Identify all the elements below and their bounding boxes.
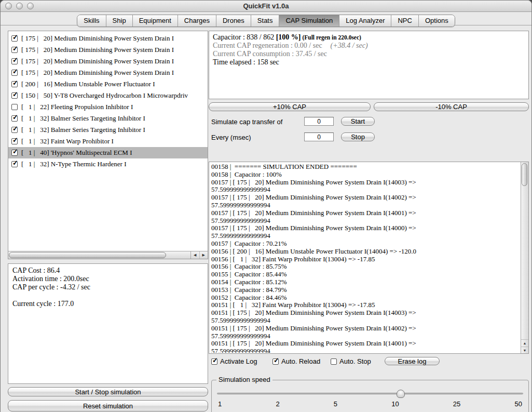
list-item[interactable]: [ 175 | 20] Medium Diminishing Power Sys… (8, 67, 208, 78)
scroll-right-arrow[interactable]: ▶ (199, 251, 208, 259)
list-item-label: [ 1 | 32] Balmer Series Targeting Inhibi… (21, 126, 145, 134)
tab-stats[interactable]: Stats (251, 15, 279, 26)
erase-log-button[interactable]: Erase log (385, 357, 440, 365)
time-elapsed-line: Time elapsed : 158 sec (213, 58, 525, 67)
module-stats-panel: CAP Cost : 86.4 Activation time : 200.0s… (8, 263, 208, 384)
tab-log-analyzer[interactable]: Log Analyzer (339, 15, 391, 26)
tab-drones[interactable]: Drones (216, 15, 251, 26)
list-item[interactable]: [ 175 | 20] Medium Diminishing Power Sys… (8, 33, 208, 44)
current-cycle-line: Current cycle : 177.0 (12, 300, 203, 308)
list-item[interactable]: [ 200 | 16] Medium Unstable Power Fluctu… (8, 78, 208, 90)
list-item-label: [ 1 | 22] Fleeting Propulsion Inhibitor … (21, 103, 133, 111)
activation-time-line: Activation time : 200.0sec (12, 275, 203, 283)
speed-tick-labels: 1 2 5 10 25 50 (218, 400, 522, 408)
list-item[interactable]: [ 1 | 32] Faint Warp Prohibitor I (8, 136, 208, 147)
list-item-selected[interactable]: [ 1 | 40] 'Hypnos' Multispectral ECM I (8, 147, 208, 158)
app-window: QuickFit v1.0a Skills Ship Equipment Cha… (0, 0, 532, 412)
module-checkbox[interactable] (11, 58, 18, 64)
window-title: QuickFit v1.0a (1, 2, 531, 10)
vertical-scrollbar[interactable]: ▲ ▼ (521, 162, 528, 353)
transfer-interval-input[interactable] (304, 132, 334, 141)
auto-reload-label: Auto. Reload (281, 357, 320, 365)
scroll-up-arrow[interactable]: ▲ (521, 340, 528, 347)
capacitor-line: Capacitor : 838 / 862 [100 %] (Full rege… (213, 33, 525, 42)
module-checkbox[interactable] (11, 115, 18, 122)
minus-10-cap-button[interactable]: -10% CAP (374, 102, 529, 111)
list-item[interactable]: [ 1 | 22] Fleeting Propulsion Inhibitor … (8, 101, 208, 113)
list-item-label: [ 175 | 20] Medium Diminishing Power Sys… (21, 46, 174, 54)
module-checkbox[interactable] (11, 161, 18, 167)
tab-cap-simulation[interactable]: CAP Simulation (279, 15, 339, 26)
log-text[interactable]: 00158 | ======= SIMULATION ENDED =======… (210, 163, 520, 353)
scroll-left-arrow[interactable]: ◀ (191, 251, 199, 259)
cap-regeneration-line: Current CAP regeneration : 0.00 / sec(+3… (213, 42, 525, 50)
transfer-interval-label: Every (msec) (211, 134, 251, 141)
module-checkbox[interactable] (11, 138, 18, 144)
cap-per-cycle-line: CAP per cycle : -4.32 / sec (12, 283, 203, 291)
module-list: [ 175 | 20] Medium Diminishing Power Sys… (8, 31, 208, 259)
module-checkbox[interactable] (11, 127, 18, 133)
tab-options[interactable]: Options (418, 15, 455, 26)
list-item[interactable]: [ 1 | 32] Balmer Series Targeting Inhibi… (8, 113, 208, 124)
tab-bar: Skills Ship Equipment Charges Drones Sta… (1, 15, 531, 27)
tab-skills[interactable]: Skills (77, 15, 105, 26)
speed-slider-handle[interactable] (397, 390, 405, 398)
tab-ship[interactable]: Ship (106, 15, 132, 26)
auto-reload-control[interactable]: Auto. Reload (272, 357, 320, 365)
auto-stop-control[interactable]: Auto. Stop (331, 357, 371, 365)
cap-consumption-line: Current CAP consumption : 37.45 / sec (213, 50, 525, 58)
module-checkbox[interactable] (11, 35, 18, 42)
tab-charges[interactable]: Charges (178, 15, 216, 26)
list-item[interactable]: [ 175 | 20] Medium Diminishing Power Sys… (8, 56, 208, 67)
module-checkbox[interactable] (11, 92, 18, 99)
cap-cost-line: CAP Cost : 86.4 (12, 267, 203, 275)
activate-log-label: Activate Log (220, 357, 257, 365)
list-item[interactable]: [ 150 | 50] Y-T8 Overcharged Hydrocarbon… (8, 90, 208, 101)
list-item-label: [ 1 | 40] 'Hypnos' Multispectral ECM I (21, 149, 132, 157)
speed-slider-track[interactable] (217, 393, 523, 394)
simulation-speed-label: Simulation speed (216, 376, 272, 383)
module-checkbox[interactable] (11, 81, 18, 87)
horizontal-scrollbar[interactable]: ◀ ▶ (8, 251, 208, 259)
activate-log-control[interactable]: Activate Log (211, 357, 257, 365)
tab-npc[interactable]: NPC (391, 15, 418, 26)
module-checkbox[interactable] (11, 70, 18, 76)
list-item-label: [ 175 | 20] Medium Diminishing Power Sys… (21, 69, 174, 77)
simulation-log: 00158 | ======= SIMULATION ENDED =======… (209, 162, 529, 354)
list-item-label: [ 200 | 16] Medium Unstable Power Fluctu… (21, 80, 155, 88)
tab-equipment[interactable]: Equipment (132, 15, 178, 26)
list-item[interactable]: [ 1 | 32] Balmer Series Targeting Inhibi… (8, 124, 208, 136)
list-item-label: [ 1 | 32] N-Type Thermic Hardener I (21, 160, 127, 168)
list-item-label: [ 1 | 32] Faint Warp Prohibitor I (21, 137, 114, 145)
list-item[interactable]: [ 175 | 20] Medium Diminishing Power Sys… (8, 44, 208, 56)
activate-log-checkbox[interactable] (211, 358, 217, 365)
auto-stop-checkbox[interactable] (331, 358, 337, 365)
cap-transfer-label: Simulate cap transfer of (211, 118, 282, 126)
module-checkbox[interactable] (11, 150, 18, 156)
list-item-label: [ 175 | 20] Medium Diminishing Power Sys… (21, 57, 174, 65)
scroll-down-arrow[interactable]: ▼ (521, 347, 528, 353)
list-item-label: [ 175 | 20] Medium Diminishing Power Sys… (21, 34, 174, 43)
plus-10-cap-button[interactable]: +10% CAP (209, 102, 371, 111)
auto-reload-checkbox[interactable] (272, 358, 279, 365)
simulation-speed-group: Simulation speed 1 2 5 10 25 50 (211, 380, 529, 412)
module-checkbox[interactable] (11, 104, 18, 110)
titlebar: QuickFit v1.0a (1, 1, 531, 12)
start-stop-simulation-button[interactable]: Start / Stop simulation (8, 387, 208, 396)
transfer-stop-button[interactable]: Stop (341, 132, 375, 141)
scrollbar-thumb[interactable] (522, 163, 527, 186)
module-checkbox[interactable] (11, 47, 18, 53)
list-item[interactable]: [ 1 | 32] N-Type Thermic Hardener I (8, 158, 208, 170)
list-item-label: [ 1 | 32] Balmer Series Targeting Inhibi… (21, 114, 145, 123)
transfer-start-button[interactable]: Start (341, 117, 375, 126)
scrollbar-thumb[interactable] (9, 252, 166, 258)
transfer-amount-input[interactable] (304, 117, 334, 126)
reset-simulation-button[interactable]: Reset simulation (8, 400, 208, 411)
capacitor-info-panel: Capacitor : 838 / 862 [100 %] (Full rege… (209, 31, 529, 99)
list-item-label: [ 150 | 50] Y-T8 Overcharged Hydrocarbon… (21, 91, 188, 100)
auto-stop-label: Auto. Stop (339, 357, 371, 365)
